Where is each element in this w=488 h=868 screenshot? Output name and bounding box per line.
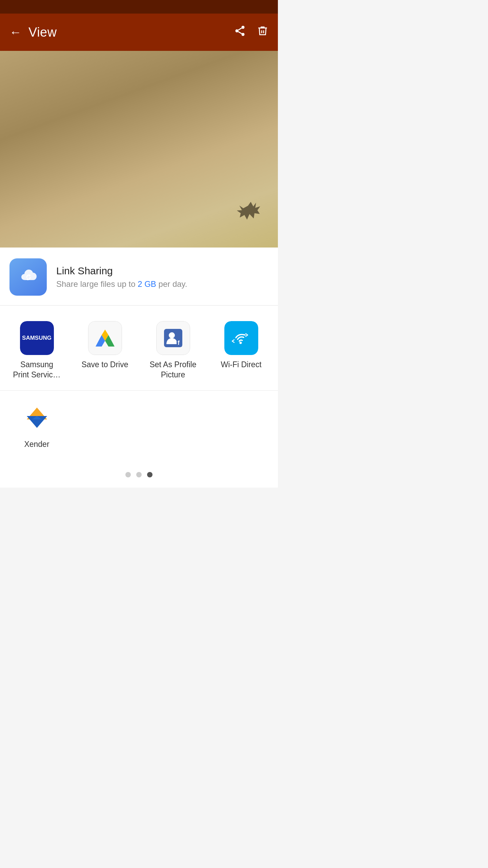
xender-label: Xender	[24, 439, 49, 450]
link-sharing-text: Link Sharing Share large files up to 2 G…	[56, 265, 187, 289]
svg-line-3	[238, 32, 242, 34]
toolbar-title: View	[28, 25, 57, 40]
pagination-dot-3[interactable]	[147, 472, 152, 477]
toolbar-right	[234, 25, 268, 40]
wifi-direct-label: Wi-Fi Direct	[221, 360, 261, 370]
toolbar-left: ← View	[9, 25, 57, 40]
samsung-print-label: SamsungPrint Servic…	[13, 360, 61, 380]
link-sharing-row[interactable]: Link Sharing Share large files up to 2 G…	[0, 248, 278, 305]
share-panel: Link Sharing Share large files up to 2 G…	[0, 248, 278, 488]
pagination	[0, 465, 278, 488]
link-sharing-title: Link Sharing	[56, 265, 187, 277]
set-as-profile-icon: f	[156, 321, 190, 355]
app-wifi-direct[interactable]: Wi-Fi Direct	[210, 318, 272, 383]
delete-icon[interactable]	[257, 25, 268, 39]
svg-point-13	[239, 342, 242, 344]
photo-silhouette	[234, 200, 268, 243]
app-samsung-print[interactable]: SAMSUNG SamsungPrint Servic…	[5, 318, 68, 383]
svg-line-4	[238, 28, 242, 30]
save-to-drive-icon	[88, 321, 122, 355]
pagination-dot-1[interactable]	[125, 472, 131, 477]
link-sharing-desc-prefix: Share large files up to	[56, 279, 135, 289]
svg-point-2	[242, 33, 245, 36]
apps-grid-second: Xender	[0, 391, 278, 465]
share-icon[interactable]	[234, 25, 246, 40]
wifi-direct-icon	[224, 321, 258, 355]
save-to-drive-label: Save to Drive	[81, 360, 128, 370]
samsung-print-icon: SAMSUNG	[20, 321, 54, 355]
link-sharing-desc: Share large files up to 2 GB per day.	[56, 279, 187, 289]
link-sharing-size: 2 GB	[138, 279, 156, 289]
svg-point-10	[169, 332, 175, 338]
app-set-as-profile[interactable]: f Set As ProfilePicture	[142, 318, 204, 383]
link-sharing-icon	[9, 258, 47, 296]
set-as-profile-label: Set As ProfilePicture	[149, 360, 196, 380]
status-bar	[0, 0, 278, 14]
back-button[interactable]: ←	[9, 25, 22, 39]
svg-point-0	[242, 26, 245, 29]
apps-grid: SAMSUNG SamsungPrint Servic…	[0, 305, 278, 391]
app-save-to-drive[interactable]: Save to Drive	[74, 318, 136, 383]
svg-text:f: f	[178, 339, 180, 346]
svg-point-1	[236, 29, 239, 33]
xender-icon	[20, 401, 54, 435]
app-xender[interactable]: Xender	[5, 397, 68, 453]
link-sharing-desc-suffix: per day.	[159, 279, 187, 289]
toolbar: ← View	[0, 14, 278, 51]
pagination-dot-2[interactable]	[136, 472, 142, 477]
photo-preview	[0, 51, 278, 248]
